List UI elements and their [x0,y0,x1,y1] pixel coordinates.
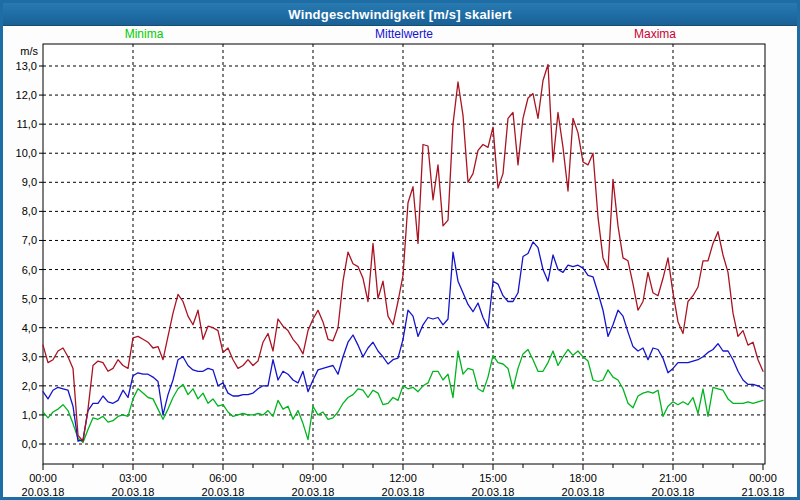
svg-text:06:00: 06:00 [209,472,237,484]
svg-text:21:00: 21:00 [659,472,687,484]
svg-text:0,0: 0,0 [22,438,37,450]
svg-text:11,0: 11,0 [16,118,37,130]
svg-text:20.03.18: 20.03.18 [22,486,65,498]
svg-text:1,0: 1,0 [22,409,37,421]
app-window: Windgeschwindigkeit [m/s] skaliert Minim… [0,0,800,500]
svg-text:09:00: 09:00 [299,472,327,484]
svg-text:20.03.18: 20.03.18 [382,486,425,498]
svg-text:7,0: 7,0 [22,234,37,246]
svg-text:12,0: 12,0 [16,89,37,101]
svg-text:00:00: 00:00 [29,472,57,484]
svg-text:21.03.18: 21.03.18 [742,486,785,498]
svg-text:4,0: 4,0 [22,322,37,334]
svg-text:10,0: 10,0 [16,147,37,159]
svg-text:20.03.18: 20.03.18 [292,486,335,498]
svg-text:12:00: 12:00 [389,472,417,484]
svg-text:m/s: m/s [20,45,38,57]
svg-text:18:00: 18:00 [569,472,597,484]
svg-text:8,0: 8,0 [22,205,37,217]
svg-text:20.03.18: 20.03.18 [472,486,515,498]
svg-text:15:00: 15:00 [479,472,507,484]
svg-text:6,0: 6,0 [22,264,37,276]
svg-text:3,0: 3,0 [22,351,37,363]
svg-text:20.03.18: 20.03.18 [202,486,245,498]
svg-text:20.03.18: 20.03.18 [652,486,695,498]
svg-text:20.03.18: 20.03.18 [562,486,605,498]
wind-speed-chart: 0,01,02,03,04,05,06,07,08,09,010,011,012… [3,3,800,500]
svg-text:00:00: 00:00 [749,472,777,484]
svg-text:9,0: 9,0 [22,176,37,188]
svg-text:20.03.18: 20.03.18 [112,486,155,498]
svg-text:5,0: 5,0 [22,293,37,305]
svg-text:13,0: 13,0 [16,60,37,72]
svg-text:2,0: 2,0 [22,380,37,392]
svg-text:03:00: 03:00 [119,472,147,484]
